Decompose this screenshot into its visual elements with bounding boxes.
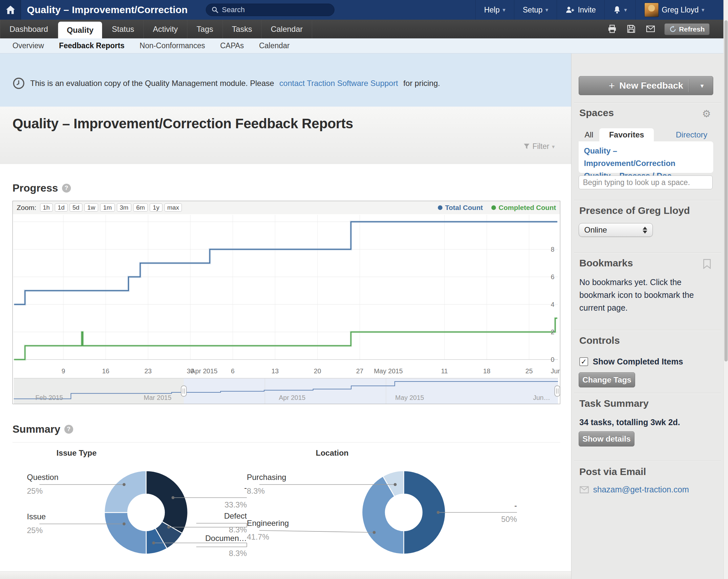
pie-label: Defect: [181, 512, 247, 521]
search-input[interactable]: [222, 6, 320, 14]
search-box[interactable]: [206, 4, 335, 16]
home-button[interactable]: [0, 0, 21, 20]
tab-dashboard[interactable]: Dashboard: [0, 20, 57, 38]
save-icon[interactable]: [626, 24, 637, 34]
notifications-menu[interactable]: ▾: [604, 0, 635, 20]
help-icon[interactable]: ?: [62, 184, 71, 193]
subnav-item-non-conformances[interactable]: Non-Conformances: [139, 42, 205, 50]
svg-text:6: 6: [551, 273, 554, 280]
post-via-email-heading: Post via Email: [579, 466, 646, 477]
pie-label-pct: 33.3%: [181, 500, 247, 509]
support-link[interactable]: contact Traction Software Support: [279, 79, 398, 88]
svg-text:13: 13: [271, 367, 279, 375]
help-icon[interactable]: ?: [64, 425, 73, 434]
chevron-down-icon: ▾: [701, 6, 704, 13]
email-icon[interactable]: [645, 24, 656, 34]
svg-text:May 2015: May 2015: [395, 394, 424, 401]
subnav-item-overview[interactable]: Overview: [12, 42, 44, 50]
zoom-btn-1y[interactable]: 1y: [150, 203, 162, 212]
tab-directory[interactable]: Directory: [670, 128, 713, 141]
post-email-row: shazam@get-traction.com: [579, 485, 689, 494]
refresh-button[interactable]: Refresh: [664, 23, 710, 35]
user-name: Greg Lloyd: [662, 6, 699, 15]
page-scrollbar[interactable]: [723, 0, 728, 579]
controls-heading: Controls: [579, 335, 620, 346]
show-details-button[interactable]: Show details: [579, 431, 634, 446]
help-menu[interactable]: Help▾: [475, 0, 514, 20]
zoom-btn-1w[interactable]: 1w: [84, 203, 98, 212]
svg-text:Jun…: Jun…: [533, 394, 550, 401]
bell-icon: [613, 6, 621, 14]
invite-button[interactable]: Invite: [557, 0, 604, 20]
chevron-down-icon: ▾: [552, 143, 555, 150]
subnav-item-capas[interactable]: CAPAs: [220, 42, 244, 50]
legend-total-count[interactable]: Total Count: [438, 204, 483, 212]
bookmark-icon[interactable]: [703, 259, 711, 269]
navigator-right-handle[interactable]: [555, 386, 560, 396]
change-tags-button[interactable]: Change Tags: [579, 372, 635, 387]
post-email-link[interactable]: shazam@get-traction.com: [593, 485, 689, 494]
envelope-icon: [579, 486, 589, 494]
tab-tasks[interactable]: Tasks: [223, 20, 262, 38]
task-summary-heading: Task Summary: [579, 398, 649, 409]
svg-text:2: 2: [551, 328, 554, 336]
space-lookup-input[interactable]: [579, 175, 712, 189]
new-feedback-button[interactable]: + New Feedback ▾: [579, 76, 713, 95]
zoom-btn-max[interactable]: max: [164, 203, 182, 212]
tab-calendar[interactable]: Calendar: [262, 20, 312, 38]
subnav-item-feedback-reports[interactable]: Feedback Reports: [59, 42, 124, 50]
space-link-quality-improvement-correction[interactable]: Quality – Improvement/Correction: [584, 145, 708, 170]
svg-text:Feb 2015: Feb 2015: [35, 394, 63, 401]
legend-completed-count[interactable]: Completed Count: [491, 204, 556, 212]
show-completed-toggle[interactable]: ✓ Show Completed Items: [579, 357, 683, 366]
pie-label: Documen…: [181, 534, 247, 543]
tab-status[interactable]: Status: [103, 20, 144, 38]
setup-menu[interactable]: Setup▾: [514, 0, 557, 20]
svg-text:May 2015: May 2015: [374, 367, 403, 375]
zoom-btn-1h[interactable]: 1h: [40, 203, 53, 212]
issue-type-donut: [104, 471, 188, 554]
pie-slice-issue-type-question[interactable]: [104, 471, 146, 513]
zoom-btn-3m[interactable]: 3m: [117, 203, 131, 212]
subnav-item-calendar[interactable]: Calendar: [259, 42, 289, 50]
navigator-left-handle[interactable]: [181, 386, 186, 396]
top-menu: Help▾ Setup▾ Invite ▾ Greg Lloyd ▾: [475, 0, 713, 20]
tab-quality[interactable]: Quality: [58, 22, 102, 38]
tab-bar: DashboardQualityStatusActivityTagsTasksC…: [0, 20, 728, 38]
tab-all[interactable]: All: [579, 128, 599, 141]
tab-tags[interactable]: Tags: [187, 20, 223, 38]
divider: [574, 253, 721, 253]
presence-select[interactable]: Online: [579, 223, 653, 237]
pie-label-pct: 41.7%: [247, 532, 312, 542]
svg-text:27: 27: [356, 367, 363, 375]
chevron-down-icon[interactable]: ▾: [700, 82, 704, 89]
pie-slice-issue-type-issue[interactable]: [104, 513, 146, 554]
checkbox-label: Show Completed Items: [593, 357, 683, 366]
app-title: Quality – Improvement/Correction: [27, 4, 188, 16]
completed-count-dot: [491, 205, 496, 210]
page: Quality – Improvement/Correction Help▾ S…: [0, 0, 728, 579]
print-icon[interactable]: [607, 24, 618, 34]
zoom-btn-1d[interactable]: 1d: [55, 203, 68, 212]
pie-label-pct: 25%: [27, 526, 93, 535]
summary-heading: Summary ?: [12, 423, 73, 435]
zoom-btn-1m[interactable]: 1m: [100, 203, 114, 212]
user-menu[interactable]: Greg Lloyd ▾: [635, 0, 713, 20]
zoom-btn-5d[interactable]: 5d: [70, 203, 82, 212]
legend-label: Total Count: [445, 204, 483, 212]
checkbox-icon[interactable]: ✓: [579, 357, 588, 366]
progress-chart-canvas[interactable]: 024689162330Apr 20156132027May 201511182…: [13, 214, 560, 404]
tab-activity[interactable]: Activity: [144, 20, 187, 38]
presence-status: Online: [584, 225, 607, 235]
zoom-btn-6m[interactable]: 6m: [133, 203, 148, 212]
bookmarks-heading: Bookmarks: [579, 257, 633, 269]
filter-control[interactable]: Filter ▾: [523, 142, 555, 151]
gear-icon[interactable]: ⚙: [702, 108, 711, 119]
tab-favorites[interactable]: Favorites: [599, 128, 654, 141]
divider: [574, 200, 721, 201]
divider: [688, 79, 688, 92]
pie-charts-canvas: [12, 444, 571, 576]
scrollbar-thumb[interactable]: [724, 20, 728, 361]
svg-text:0: 0: [551, 356, 554, 363]
pie-label: -: [181, 483, 247, 492]
